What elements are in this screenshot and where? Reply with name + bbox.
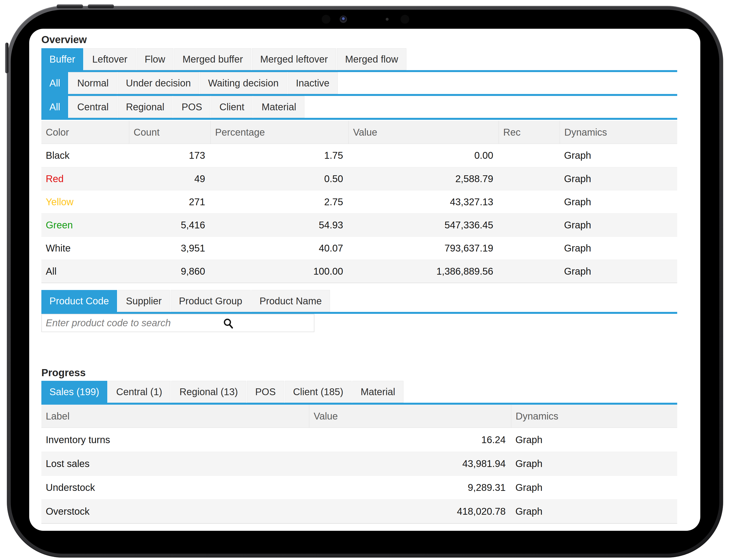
rec-value xyxy=(498,214,560,236)
tab-leftover[interactable]: Leftover xyxy=(84,48,136,70)
metric-value: 43,981.94 xyxy=(309,452,511,476)
tab-waiting-decision[interactable]: Waiting decision xyxy=(200,72,287,94)
value-value: 2,588.79 xyxy=(349,167,498,190)
graph-link[interactable]: Graph xyxy=(560,214,677,236)
progress-table: Label Value Dynamics Inventory turns 16.… xyxy=(41,405,677,524)
color-label: Green xyxy=(41,214,129,236)
col-header-color: Color xyxy=(41,121,129,144)
percentage-value: 1.75 xyxy=(211,144,349,167)
side-button xyxy=(5,43,9,73)
overview-title: Overview xyxy=(41,34,677,46)
value-value: 793,637.19 xyxy=(349,237,498,260)
color-label: All xyxy=(41,260,129,283)
tab-merged-flow[interactable]: Merged flow xyxy=(337,48,406,70)
graph-link[interactable]: Graph xyxy=(560,237,677,260)
accent-underline xyxy=(41,403,677,405)
tab-pos[interactable]: POS xyxy=(173,96,210,118)
progress-row-lost-sales[interactable]: Lost sales 43,981.94 Graph xyxy=(41,452,677,476)
graph-link[interactable]: Graph xyxy=(560,190,677,213)
tab-product-name[interactable]: Product Name xyxy=(251,290,330,312)
col-header-percentage: Percentage xyxy=(211,121,349,144)
metric-label: Overstock xyxy=(41,500,309,523)
metric-value: 16.24 xyxy=(309,428,511,452)
count-value: 173 xyxy=(129,144,211,167)
tab-buffer[interactable]: Buffer xyxy=(41,48,83,70)
table-row-white[interactable]: White 3,951 40.07 793,637.19 Graph xyxy=(41,236,677,260)
tab-status-all[interactable]: All xyxy=(41,72,68,94)
progress-title: Progress xyxy=(41,367,677,379)
graph-link[interactable]: Graph xyxy=(511,428,677,452)
tab-progress-client[interactable]: Client (185) xyxy=(285,381,352,403)
table-row-green[interactable]: Green 5,416 54.93 547,336.45 Graph xyxy=(41,213,677,236)
graph-link[interactable]: Graph xyxy=(511,476,677,499)
tab-product-group[interactable]: Product Group xyxy=(171,290,251,312)
tab-normal[interactable]: Normal xyxy=(69,72,117,94)
tab-location-all[interactable]: All xyxy=(41,96,68,118)
graph-link[interactable]: Graph xyxy=(511,452,677,476)
color-label: White xyxy=(41,237,129,260)
count-value: 5,416 xyxy=(129,214,211,236)
table-row-all[interactable]: All 9,860 100.00 1,386,889.56 Graph xyxy=(41,260,677,283)
color-label: Red xyxy=(41,167,129,190)
overview-view-tabs: Buffer Leftover Flow Merged buffer Merge… xyxy=(41,48,677,70)
tab-progress-regional[interactable]: Regional (13) xyxy=(171,381,246,403)
ambient-sensor-icon xyxy=(322,15,331,24)
tab-merged-buffer[interactable]: Merged buffer xyxy=(174,48,251,70)
graph-link[interactable]: Graph xyxy=(511,500,677,523)
metric-label: Lost sales xyxy=(41,452,309,476)
front-camera-icon xyxy=(340,16,347,23)
graph-link[interactable]: Graph xyxy=(560,144,677,167)
top-button-left xyxy=(57,4,83,8)
sensor-icon xyxy=(400,15,409,24)
accent-underline xyxy=(41,94,677,96)
tab-progress-central[interactable]: Central (1) xyxy=(108,381,171,403)
value-value: 0.00 xyxy=(349,144,498,167)
tab-regional[interactable]: Regional xyxy=(118,96,173,118)
value-value: 1,386,889.56 xyxy=(349,260,498,283)
tab-progress-material[interactable]: Material xyxy=(353,381,403,403)
tab-sales[interactable]: Sales (199) xyxy=(41,381,107,403)
percentage-value: 54.93 xyxy=(211,214,349,236)
progress-row-understock[interactable]: Understock 9,289.31 Graph xyxy=(41,476,677,499)
search-icon[interactable] xyxy=(223,317,234,329)
count-value: 9,860 xyxy=(129,260,211,283)
tab-client[interactable]: Client xyxy=(211,96,253,118)
tab-under-decision[interactable]: Under decision xyxy=(118,72,199,94)
overview-table: Color Count Percentage Value Rec Dynamic… xyxy=(41,121,677,283)
tab-supplier[interactable]: Supplier xyxy=(118,290,170,312)
percentage-value: 100.00 xyxy=(211,260,349,283)
count-value: 271 xyxy=(129,190,211,213)
screen: Overview Buffer Leftover Flow Merged buf… xyxy=(29,29,700,531)
percentage-value: 40.07 xyxy=(211,237,349,260)
table-row-yellow[interactable]: Yellow 271 2.75 43,327.13 Graph xyxy=(41,190,677,213)
tablet-frame: Overview Buffer Leftover Flow Merged buf… xyxy=(7,6,723,558)
percentage-value: 2.75 xyxy=(211,190,349,213)
col-header-dynamics: Dynamics xyxy=(560,121,677,144)
col-header-rec: Rec xyxy=(498,121,560,144)
count-value: 3,951 xyxy=(129,237,211,260)
col-header-dynamics: Dynamics xyxy=(511,405,677,428)
accent-underline xyxy=(41,70,677,72)
tab-product-code[interactable]: Product Code xyxy=(41,290,117,312)
product-search-input[interactable] xyxy=(42,314,314,332)
accent-underline xyxy=(41,118,677,120)
rec-value xyxy=(498,144,560,167)
table-row-red[interactable]: Red 49 0.50 2,588.79 Graph xyxy=(41,167,677,190)
rec-value xyxy=(498,190,560,213)
mic-icon xyxy=(386,18,388,21)
progress-row-inventory-turns[interactable]: Inventory turns 16.24 Graph xyxy=(41,428,677,452)
metric-label: Inventory turns xyxy=(41,428,309,452)
tab-merged-leftover[interactable]: Merged leftover xyxy=(252,48,336,70)
tab-inactive[interactable]: Inactive xyxy=(288,72,338,94)
progress-tabs: Sales (199) Central (1) Regional (13) PO… xyxy=(41,381,677,403)
progress-row-overstock[interactable]: Overstock 418,020.78 Graph xyxy=(41,499,677,523)
graph-link[interactable]: Graph xyxy=(560,260,677,283)
graph-link[interactable]: Graph xyxy=(560,167,677,190)
table-row-black[interactable]: Black 173 1.75 0.00 Graph xyxy=(41,144,677,167)
col-header-value: Value xyxy=(309,405,511,428)
tab-material[interactable]: Material xyxy=(253,96,305,118)
rec-value xyxy=(498,167,560,190)
tab-central[interactable]: Central xyxy=(69,96,117,118)
tab-progress-pos[interactable]: POS xyxy=(247,381,284,403)
tab-flow[interactable]: Flow xyxy=(137,48,174,70)
